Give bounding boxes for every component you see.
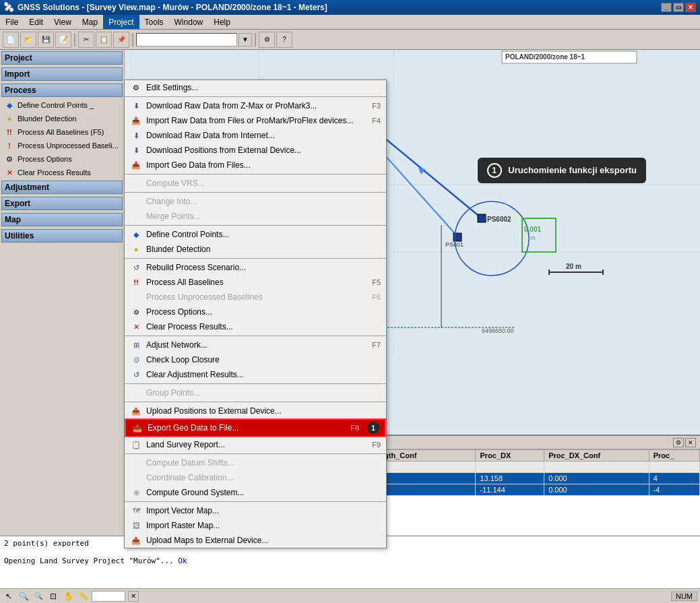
window-title: GNSS Solutions - [Survey View.map - Muró… [18,3,327,12]
project-menu: ⚙ Edit Settings... ⬇ Download Raw Data f… [124,80,387,548]
restore-button[interactable]: ▭ [673,3,684,12]
col-proc-dx-conf[interactable]: Proc_DX_Conf [544,450,649,462]
menu-upload-maps[interactable]: 📤 Upload Maps to External Device... [125,533,386,548]
red-exclaim2-icon: ! [4,140,15,151]
menu-export-geo-data[interactable]: 📤 Export Geo Data to File... F8 1 [125,418,386,437]
menu-edit-settings[interactable]: ⚙ Edit Settings... [125,80,386,95]
zoom-in-button[interactable]: 🔍 [18,590,30,602]
menu-download-raw-zmax[interactable]: ⬇ Download Raw Data from Z-Max or ProMar… [125,98,386,113]
menu-file[interactable]: File [0,15,24,29]
red-exclaim-icon: !! [4,127,15,137]
rebuild-icon: ↺ [130,262,142,273]
change-into-icon [130,196,142,207]
workbook-options-button[interactable]: ⚙ [673,438,684,447]
menu-rebuild-process-label: Rebuild Process Scenario... [146,263,381,272]
new-button[interactable]: 📄 [3,32,19,48]
menu-map[interactable]: Map [77,15,103,29]
panel-process-all-baselines[interactable]: !! Process All Baselines (F5) [0,125,124,139]
menu-edit-settings-label: Edit Settings... [146,83,381,92]
panel-process-all-label: Process All Baselines (F5) [18,128,104,136]
minimize-button[interactable]: _ [661,3,672,12]
menu-clear-adjustment-label: Clear Adjustment Results... [146,370,381,379]
save-as-button[interactable]: 📝 [55,32,71,48]
menu-compute-vrs-label: Compute VRS... [146,179,381,188]
panel-clear-label: Clear Process Results [18,168,91,177]
menu-help[interactable]: Help [208,15,236,29]
toolbar-input[interactable] [136,33,237,46]
process-unproc-icon [130,292,142,303]
panel-process-options[interactable]: ⚙ Process Options [0,152,124,166]
menu-process-unprocessed-label: Process Unprocessed Baselines [146,292,354,302]
menu-clear-adjustment[interactable]: ↺ Clear Adjustment Results... [125,367,386,382]
menu-define-control-points[interactable]: ◆ Define Control Points... [125,227,386,242]
menu-merge-points-label: Merge Points... [146,212,381,221]
row2-extra: -4 [649,484,699,496]
menu-process-options-label: Process Options... [146,307,381,317]
menu-download-raw-internet-label: Download Raw Data from Internet... [146,131,381,140]
menu-compute-ground[interactable]: ⊕ Compute Ground System... [125,485,386,500]
settings-button[interactable]: ⚙ [259,32,275,48]
zoom-clear-button[interactable]: ✕ [128,591,139,602]
menu-download-raw-internet[interactable]: ⬇ Download Raw Data from Internet... [125,128,386,143]
menu-import-raster-map[interactable]: 🖼 Import Raster Map... [125,518,386,533]
compute-ground-icon: ⊕ [130,487,142,498]
panel-blunder-detection[interactable]: ● Blunder Detection [0,112,124,125]
section-map: Map [1,213,123,226]
proc-options-icon: ⚙ [130,307,142,317]
col-proc-dx[interactable]: Proc_DX [476,450,544,462]
pan-button[interactable]: ✋ [62,590,74,602]
col-proc-extra[interactable]: Proc_ [649,450,699,462]
menu-edit[interactable]: Edit [24,15,49,29]
zoom-input[interactable]: 1/837 [92,591,125,602]
menu-compute-vrs: Compute VRS... [125,176,386,191]
menu-process-options[interactable]: ⚙ Process Options... [125,305,386,319]
menu-project[interactable]: Project [103,15,139,29]
workbook-close-button[interactable]: ✕ [685,438,696,447]
copy-button[interactable]: 📋 [96,32,112,48]
menu-upload-positions-label: Upload Positions to External Device... [146,406,381,416]
menu-clear-process-results[interactable]: ✕ Clear Process Results... [125,319,386,334]
callout-number: 1 [487,163,502,178]
open-button[interactable]: 📂 [20,32,36,48]
menu-process-all-baselines-label: Process All Baselines [146,278,354,287]
svg-text:POLAND/2000/zone 18~1: POLAND/2000/zone 18~1 [505,53,585,61]
menu-blunder-detection[interactable]: ● Blunder Detection [125,242,386,257]
menu-download-positions-label: Download Positions from External Device.… [146,146,381,155]
close-button[interactable]: ✕ [685,3,696,12]
merge-points-icon [130,211,142,222]
menu-import-vector-map[interactable]: 🗺 Import Vector Map... [125,503,386,518]
toolbar-dropdown[interactable]: ▼ [238,33,252,46]
menu-download-positions[interactable]: ⬇ Download Positions from External Devic… [125,143,386,158]
export-badge: 1 [367,422,379,434]
clear-adj-icon: ↺ [130,369,142,380]
menu-check-loop-closure[interactable]: ⊙ Check Loop Closure [125,352,386,367]
zoom-fit-button[interactable]: ⊡ [47,590,59,602]
cut-button[interactable]: ✂ [78,32,94,48]
panel-clear-process-results[interactable]: ✕ Clear Process Results [0,166,124,179]
zoom-out-button[interactable]: 🔍 [32,590,44,602]
menu-process-all-baselines[interactable]: !! Process All Baselines F5 [125,275,386,290]
panel-define-control-points[interactable]: ◆ Define Control Points _ [0,98,124,112]
menu-rebuild-process[interactable]: ↺ Rebuild Process Scenario... [125,260,386,275]
menu-upload-positions[interactable]: 📤 Upload Positions to External Device... [125,404,386,418]
svg-text:PS601: PS601 [445,241,464,248]
save-button[interactable]: 💾 [38,32,54,48]
panel-process-unprocessed[interactable]: ! Process Unprocessed Baseli... [0,139,124,152]
menu-land-survey-report[interactable]: 📋 Land Survey Report... F9 [125,437,386,452]
menu-adjust-network-label: Adjust Network... [146,340,354,350]
red-x-icon: ✕ [4,167,15,178]
menu-define-control-points-label: Define Control Points... [146,230,381,239]
menu-import-geo[interactable]: 📥 Import Geo Data from Files... [125,158,386,172]
help-button[interactable]: ? [276,32,292,48]
menu-view[interactable]: View [49,15,77,29]
menu-export-geo-data-label: Export Geo Data to File... [148,423,333,433]
menu-import-raw-files[interactable]: 📥 Import Raw Data from Files or ProMark/… [125,113,386,128]
zoom-cursor-button[interactable]: ↖ [3,590,15,602]
import-vector-icon: 🗺 [130,505,142,516]
menu-tools[interactable]: Tools [139,15,169,29]
menu-adjust-network[interactable]: ⊞ Adjust Network... F7 [125,338,386,352]
menu-window[interactable]: Window [169,15,209,29]
menu-blunder-detection-label: Blunder Detection [146,245,381,254]
paste-button[interactable]: 📌 [113,32,129,48]
measure-button[interactable]: 📏 [77,590,89,602]
